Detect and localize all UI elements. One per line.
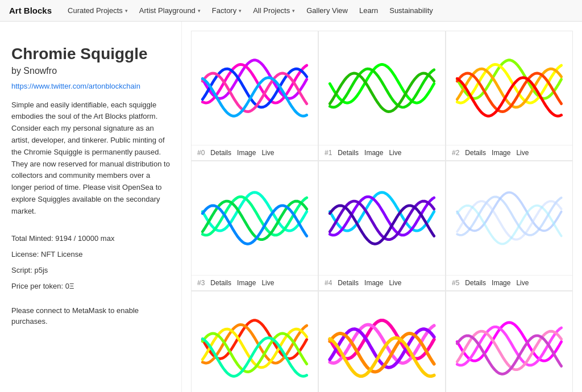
token-image: [319, 161, 445, 275]
gallery-cell: #5DetailsImageLive: [446, 161, 573, 291]
token-action-image[interactable]: Image: [364, 279, 383, 287]
gallery-footer: #4DetailsImageLive: [319, 275, 445, 290]
token-action-image[interactable]: Image: [364, 149, 383, 157]
connect-notice: Please connect to MetaMask to enable pur…: [11, 305, 170, 327]
token-action-live[interactable]: Live: [261, 149, 274, 157]
token-action-live[interactable]: Live: [389, 279, 401, 287]
token-action-details[interactable]: Details: [338, 279, 359, 287]
token-number: #2: [452, 149, 459, 157]
gallery-footer: #2DetailsImageLive: [446, 145, 572, 160]
token-action-details[interactable]: Details: [465, 149, 486, 157]
token-image: [319, 291, 445, 392]
gallery-footer: #3DetailsImageLive: [192, 275, 318, 290]
license: License: NFT License: [11, 247, 170, 262]
gallery-cell: #1DetailsImageLive: [318, 31, 446, 161]
token-number: #3: [197, 279, 205, 287]
token-number: #5: [452, 279, 459, 287]
token-action-image[interactable]: Image: [492, 149, 510, 157]
brand-logo[interactable]: Art Blocks: [9, 6, 52, 15]
nav-item-gallery-view[interactable]: Gallery View: [301, 0, 354, 22]
project-link[interactable]: https://www.twitter.com/artonblockchain: [11, 82, 170, 90]
nav-items: Curated Projects▾Artist Playground▾Facto…: [62, 0, 439, 22]
nav-item-factory[interactable]: Factory▾: [206, 0, 247, 22]
gallery-footer: #5DetailsImageLive: [446, 275, 572, 290]
token-image: [192, 291, 318, 392]
token-action-live[interactable]: Live: [516, 149, 529, 157]
gallery-cell: #6DetailsImageLive: [191, 291, 318, 392]
main-layout: Chromie Squiggle by Snowfro https://www.…: [0, 22, 582, 392]
token-number: #0: [197, 149, 205, 157]
nav-item-all-projects[interactable]: All Projects▾: [247, 0, 301, 22]
token-image: [192, 31, 318, 145]
project-title: Chromie Squiggle: [11, 44, 170, 64]
gallery-footer: #0DetailsImageLive: [192, 145, 318, 160]
token-image: [192, 161, 318, 275]
token-action-live[interactable]: Live: [389, 149, 401, 157]
token-action-image[interactable]: Image: [237, 279, 256, 287]
nav-item-learn[interactable]: Learn: [354, 0, 384, 22]
token-action-live[interactable]: Live: [261, 279, 274, 287]
project-author: by Snowfro: [11, 66, 170, 76]
token-action-details[interactable]: Details: [338, 149, 359, 157]
gallery-cell: #7DetailsImageLive: [318, 291, 446, 392]
token-image: [319, 31, 445, 145]
token-action-details[interactable]: Details: [210, 149, 231, 157]
chevron-down-icon: ▾: [292, 8, 295, 14]
gallery-panel: #0DetailsImageLive#1DetailsImageLive#2De…: [182, 22, 582, 392]
total-minted: Total Minted: 9194 / 10000 max: [11, 231, 170, 246]
gallery-grid: #0DetailsImageLive#1DetailsImageLive#2De…: [191, 31, 573, 392]
project-description: Simple and easily identifiable, each squ…: [11, 99, 170, 218]
gallery-cell: #0DetailsImageLive: [191, 31, 318, 161]
token-action-image[interactable]: Image: [237, 149, 256, 157]
nav-item-artist-playground[interactable]: Artist Playground▾: [134, 0, 206, 22]
token-action-details[interactable]: Details: [465, 279, 486, 287]
navbar: Art Blocks Curated Projects▾Artist Playg…: [0, 0, 582, 22]
token-action-image[interactable]: Image: [492, 279, 510, 287]
gallery-cell: #8DetailsImageLive: [446, 291, 573, 392]
gallery-cell: #3DetailsImageLive: [191, 161, 318, 291]
token-image: [446, 31, 572, 145]
left-panel: Chromie Squiggle by Snowfro https://www.…: [0, 22, 182, 392]
token-action-live[interactable]: Live: [516, 279, 529, 287]
script: Script: p5js: [11, 263, 170, 278]
nav-item-curated-projects[interactable]: Curated Projects▾: [62, 0, 134, 22]
chevron-down-icon: ▾: [239, 8, 242, 14]
gallery-cell: #4DetailsImageLive: [318, 161, 446, 291]
token-image: [446, 161, 572, 275]
gallery-footer: #1DetailsImageLive: [319, 145, 445, 160]
chevron-down-icon: ▾: [125, 8, 128, 14]
token-number: #4: [325, 279, 332, 287]
price: Price per token: 0Ξ: [11, 279, 170, 294]
token-image: [446, 291, 572, 392]
project-meta: Total Minted: 9194 / 10000 max License: …: [11, 231, 170, 294]
chevron-down-icon: ▾: [198, 8, 201, 14]
nav-item-sustainability[interactable]: Sustainability: [384, 0, 439, 22]
token-number: #1: [325, 149, 332, 157]
gallery-cell: #2DetailsImageLive: [446, 31, 573, 161]
token-action-details[interactable]: Details: [210, 279, 231, 287]
